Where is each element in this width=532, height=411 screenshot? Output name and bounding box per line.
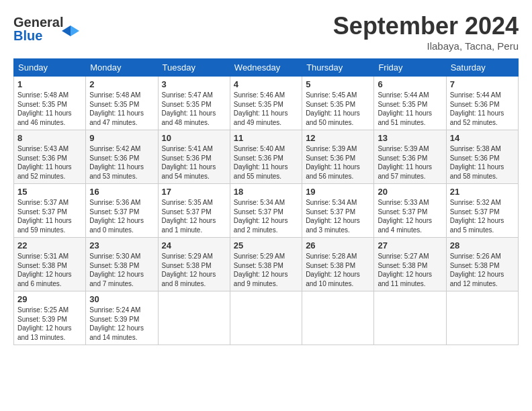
day-number: 15: [17, 187, 82, 197]
calendar-cell: 1Sunrise: 5:48 AMSunset: 5:35 PMDaylight…: [14, 77, 86, 130]
calendar-cell: 23Sunrise: 5:30 AMSunset: 5:38 PMDayligh…: [86, 238, 158, 291]
day-number: 25: [234, 240, 298, 250]
day-number: 27: [378, 240, 442, 250]
day-number: 22: [17, 240, 82, 250]
calendar-cell: 5Sunrise: 5:45 AMSunset: 5:35 PMDaylight…: [302, 77, 374, 130]
day-number: 10: [162, 133, 226, 143]
day-number: 12: [306, 133, 370, 143]
svg-text:General: General: [13, 15, 63, 30]
day-number: 11: [234, 133, 298, 143]
day-number: 3: [162, 79, 226, 89]
calendar-cell: 22Sunrise: 5:31 AMSunset: 5:38 PMDayligh…: [14, 238, 86, 291]
day-number: 28: [450, 240, 515, 250]
day-info: Sunrise: 5:48 AMSunset: 5:35 PMDaylight:…: [89, 91, 154, 127]
day-info: Sunrise: 5:27 AMSunset: 5:38 PMDaylight:…: [378, 252, 442, 288]
day-info: Sunrise: 5:30 AMSunset: 5:38 PMDaylight:…: [89, 252, 154, 288]
day-number: 17: [162, 187, 226, 197]
calendar-cell: 13Sunrise: 5:39 AMSunset: 5:36 PMDayligh…: [374, 130, 446, 184]
page-container: General Blue September 2024 Ilabaya, Tac…: [0, 0, 532, 352]
title-area: September 2024 Ilabaya, Tacna, Peru: [333, 12, 519, 52]
day-info: Sunrise: 5:36 AMSunset: 5:37 PMDaylight:…: [89, 198, 154, 234]
day-info: Sunrise: 5:44 AMSunset: 5:36 PMDaylight:…: [450, 91, 515, 127]
day-number: 29: [17, 294, 82, 304]
day-number: 9: [89, 133, 154, 143]
calendar-cell: 17Sunrise: 5:35 AMSunset: 5:37 PMDayligh…: [158, 184, 230, 238]
calendar-cell: 7Sunrise: 5:44 AMSunset: 5:36 PMDaylight…: [446, 77, 518, 130]
day-info: Sunrise: 5:34 AMSunset: 5:37 PMDaylight:…: [234, 198, 298, 234]
calendar-cell: 14Sunrise: 5:38 AMSunset: 5:36 PMDayligh…: [446, 130, 518, 184]
calendar-cell: 19Sunrise: 5:34 AMSunset: 5:37 PMDayligh…: [302, 184, 374, 238]
day-number: 30: [89, 294, 154, 304]
calendar-cell: 8Sunrise: 5:43 AMSunset: 5:36 PMDaylight…: [14, 130, 86, 184]
calendar-cell: 25Sunrise: 5:29 AMSunset: 5:38 PMDayligh…: [230, 238, 302, 291]
day-info: Sunrise: 5:39 AMSunset: 5:36 PMDaylight:…: [306, 144, 370, 181]
day-info: Sunrise: 5:29 AMSunset: 5:38 PMDaylight:…: [162, 252, 226, 288]
header-sunday: Sunday: [14, 59, 86, 77]
calendar-cell: 30Sunrise: 5:24 AMSunset: 5:39 PMDayligh…: [86, 291, 158, 345]
calendar-cell: [446, 291, 518, 345]
day-number: 20: [378, 187, 442, 197]
day-info: Sunrise: 5:38 AMSunset: 5:36 PMDaylight:…: [450, 144, 515, 181]
calendar-cell: [230, 291, 302, 345]
calendar-cell: 27Sunrise: 5:27 AMSunset: 5:38 PMDayligh…: [374, 238, 446, 291]
calendar-cell: 29Sunrise: 5:25 AMSunset: 5:39 PMDayligh…: [14, 291, 86, 345]
header: General Blue September 2024 Ilabaya, Tac…: [13, 12, 519, 52]
day-info: Sunrise: 5:25 AMSunset: 5:39 PMDaylight:…: [17, 306, 82, 342]
day-number: 26: [306, 240, 370, 250]
day-info: Sunrise: 5:42 AMSunset: 5:36 PMDaylight:…: [89, 144, 154, 181]
calendar-cell: 3Sunrise: 5:47 AMSunset: 5:35 PMDaylight…: [158, 77, 230, 130]
calendar-cell: 16Sunrise: 5:36 AMSunset: 5:37 PMDayligh…: [86, 184, 158, 238]
calendar-cell: 10Sunrise: 5:41 AMSunset: 5:36 PMDayligh…: [158, 130, 230, 184]
day-number: 14: [450, 133, 515, 143]
header-friday: Friday: [374, 59, 446, 77]
day-number: 23: [89, 240, 154, 250]
header-saturday: Saturday: [446, 59, 518, 77]
day-number: 4: [234, 79, 298, 89]
calendar-cell: 26Sunrise: 5:28 AMSunset: 5:38 PMDayligh…: [302, 238, 374, 291]
calendar-cell: 18Sunrise: 5:34 AMSunset: 5:37 PMDayligh…: [230, 184, 302, 238]
calendar-cell: [302, 291, 374, 345]
logo-block: General Blue: [13, 12, 81, 48]
day-number: 5: [306, 79, 370, 89]
day-info: Sunrise: 5:35 AMSunset: 5:37 PMDaylight:…: [162, 198, 226, 234]
day-number: 2: [89, 79, 154, 89]
logo: General Blue: [13, 12, 81, 48]
day-number: 24: [162, 240, 226, 250]
header-monday: Monday: [86, 59, 158, 77]
day-number: 13: [378, 133, 442, 143]
header-wednesday: Wednesday: [230, 59, 302, 77]
calendar-cell: 12Sunrise: 5:39 AMSunset: 5:36 PMDayligh…: [302, 130, 374, 184]
calendar-cell: 4Sunrise: 5:46 AMSunset: 5:35 PMDaylight…: [230, 77, 302, 130]
calendar-cell: [374, 291, 446, 345]
day-info: Sunrise: 5:32 AMSunset: 5:37 PMDaylight:…: [450, 198, 515, 234]
day-number: 6: [378, 79, 442, 89]
day-info: Sunrise: 5:34 AMSunset: 5:37 PMDaylight:…: [306, 198, 370, 234]
day-number: 19: [306, 187, 370, 197]
calendar-cell: 6Sunrise: 5:44 AMSunset: 5:35 PMDaylight…: [374, 77, 446, 130]
calendar-cell: 2Sunrise: 5:48 AMSunset: 5:35 PMDaylight…: [86, 77, 158, 130]
day-number: 18: [234, 187, 298, 197]
day-number: 7: [450, 79, 515, 89]
calendar-cell: 9Sunrise: 5:42 AMSunset: 5:36 PMDaylight…: [86, 130, 158, 184]
day-info: Sunrise: 5:31 AMSunset: 5:38 PMDaylight:…: [17, 252, 82, 288]
header-thursday: Thursday: [302, 59, 374, 77]
svg-text:Blue: Blue: [13, 28, 42, 43]
calendar-cell: 20Sunrise: 5:33 AMSunset: 5:37 PMDayligh…: [374, 184, 446, 238]
day-info: Sunrise: 5:24 AMSunset: 5:39 PMDaylight:…: [89, 306, 154, 342]
calendar-cell: 11Sunrise: 5:40 AMSunset: 5:36 PMDayligh…: [230, 130, 302, 184]
calendar-cell: 28Sunrise: 5:26 AMSunset: 5:38 PMDayligh…: [446, 238, 518, 291]
day-info: Sunrise: 5:28 AMSunset: 5:38 PMDaylight:…: [306, 252, 370, 288]
header-tuesday: Tuesday: [158, 59, 230, 77]
day-info: Sunrise: 5:29 AMSunset: 5:38 PMDaylight:…: [234, 252, 298, 288]
day-info: Sunrise: 5:40 AMSunset: 5:36 PMDaylight:…: [234, 144, 298, 181]
day-info: Sunrise: 5:39 AMSunset: 5:36 PMDaylight:…: [378, 144, 442, 181]
day-headers: Sunday Monday Tuesday Wednesday Thursday…: [14, 59, 519, 77]
calendar-cell: 24Sunrise: 5:29 AMSunset: 5:38 PMDayligh…: [158, 238, 230, 291]
day-number: 16: [89, 187, 154, 197]
day-info: Sunrise: 5:41 AMSunset: 5:36 PMDaylight:…: [162, 144, 226, 181]
calendar-cell: [158, 291, 230, 345]
subtitle: Ilabaya, Tacna, Peru: [333, 40, 519, 52]
day-info: Sunrise: 5:48 AMSunset: 5:35 PMDaylight:…: [17, 91, 82, 127]
month-title: September 2024: [333, 12, 519, 40]
svg-marker-3: [71, 26, 79, 36]
